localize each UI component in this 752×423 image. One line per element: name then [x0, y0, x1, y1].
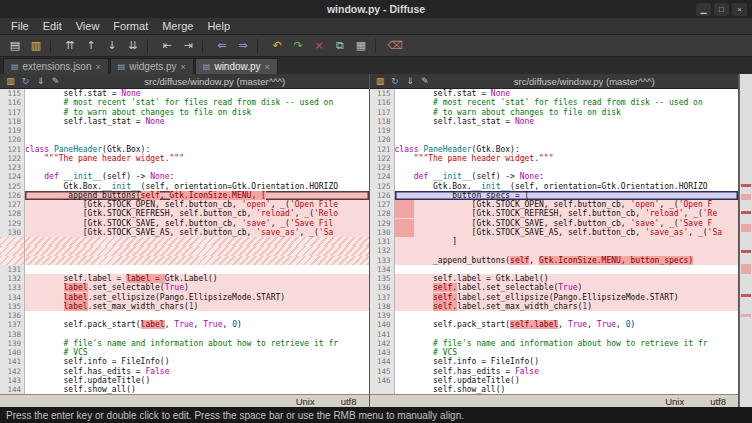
undo-button[interactable]: ↶ — [267, 37, 287, 55]
copy-selection-right-button[interactable]: ⇒ — [233, 37, 253, 55]
code-line[interactable]: 131 — [0, 265, 369, 274]
code-line[interactable]: 134 label.set_ellipsize(Pango.EllipsizeM… — [0, 293, 369, 302]
reload-file-icon[interactable]: ↻ — [19, 76, 32, 86]
save-as-file-icon[interactable]: ✎ — [419, 76, 432, 86]
tab-window.py[interactable]: ▤window.py× — [195, 58, 278, 74]
code-line[interactable]: 132 self.label = label = Gtk.Label() — [0, 274, 369, 283]
copy-button[interactable]: ⧉ — [330, 37, 350, 55]
code-line[interactable]: 139 # file's name and information about … — [0, 339, 369, 348]
code-line[interactable]: 131 ] — [370, 237, 739, 246]
code-line[interactable] — [0, 246, 369, 255]
code-line[interactable]: 130 [Gtk.STOCK_SAVE_AS, self.button_cb, … — [370, 228, 739, 237]
clear-edits-button[interactable]: ⌫ — [385, 37, 405, 55]
editor[interactable]: 115 self.stat = None116 # most recent 's… — [0, 89, 369, 394]
code-line[interactable]: 143 self.updateTitle() — [0, 376, 369, 385]
paste-button[interactable]: ▦ — [351, 37, 371, 55]
next-difference-button[interactable]: ↓ — [102, 37, 122, 55]
code-line[interactable]: 141 self.info = FileInfo() — [0, 357, 369, 366]
code-line[interactable]: 143 # VCS — [370, 348, 739, 357]
code-line[interactable]: 142 # file's name and information about … — [370, 339, 739, 348]
menu-format[interactable]: Format — [106, 19, 155, 33]
code-line[interactable]: 135 label.set_max_width_chars(1) — [0, 302, 369, 311]
menu-view[interactable]: View — [69, 19, 107, 33]
minimize-button[interactable]: ▁ — [696, 3, 711, 16]
save-file-icon[interactable]: ⇓ — [34, 76, 47, 86]
code-line[interactable]: 125 Gtk.Box.__init__(self, orientation=G… — [370, 182, 739, 191]
code-line[interactable]: 115 self.stat = None — [370, 89, 739, 98]
shift-pane-left-button[interactable]: ⇤ — [157, 37, 177, 55]
code-line[interactable]: 144 self.show_all() — [0, 385, 369, 394]
code-line[interactable]: 122 """The pane header widget.""" — [370, 154, 739, 163]
tab-extensions.json[interactable]: ▤extensions.json× — [3, 58, 109, 74]
code-line[interactable]: 127 [Gtk.STOCK_OPEN, self.button_cb, 'op… — [0, 200, 369, 209]
code-line[interactable]: 125 Gtk.Box.__init__(self, orientation=G… — [0, 182, 369, 191]
menu-help[interactable]: Help — [200, 19, 237, 33]
code-line[interactable]: 119 — [370, 126, 739, 135]
code-line[interactable]: 119 — [0, 126, 369, 135]
redo-button[interactable]: ↷ — [288, 37, 308, 55]
code-line[interactable]: 140 self.pack_start(self.label, True, Tr… — [370, 320, 739, 329]
code-line[interactable] — [0, 256, 369, 265]
code-line[interactable]: self.show_all() — [370, 385, 739, 394]
code-line[interactable]: 118 self.last_stat = None — [0, 117, 369, 126]
code-line[interactable]: 142 self.has_edits = False — [0, 367, 369, 376]
code-line[interactable]: 116 # most recent 'stat' for files read … — [0, 98, 369, 107]
editor[interactable]: 115 self.stat = None116 # most recent 's… — [370, 89, 739, 394]
code-line[interactable]: 135 self.label = Gtk.Label() — [370, 274, 739, 283]
code-line[interactable]: 138 — [0, 330, 369, 339]
code-line[interactable]: 129 [Gtk.STOCK_SAVE, self.button_cb, 'sa… — [0, 219, 369, 228]
close-button[interactable]: × — [732, 3, 747, 16]
open-file-button[interactable]: ▥ — [26, 37, 46, 55]
code-line[interactable]: 115 self.stat = None — [0, 89, 369, 98]
shift-pane-right-button[interactable]: ⇥ — [178, 37, 198, 55]
code-line[interactable]: 118 self.last_stat = None — [370, 117, 739, 126]
close-tab-icon[interactable]: × — [96, 62, 101, 72]
code-line[interactable]: 146 self.updateTitle() — [370, 376, 739, 385]
code-line[interactable]: 128 [Gtk.STOCK_REFRESH, self.button_cb, … — [0, 209, 369, 218]
code-line[interactable]: 128 [Gtk.STOCK_REFRESH, self.button_cb, … — [370, 209, 739, 218]
code-line[interactable]: 137 self.pack_start(label, True, True, 0… — [0, 320, 369, 329]
code-line[interactable]: 133 _append_buttons(self, Gtk.IconSize.M… — [370, 256, 739, 265]
code-line[interactable]: 136 — [0, 311, 369, 320]
new-file-button[interactable]: ▤ — [5, 37, 25, 55]
first-difference-button[interactable]: ⇈ — [60, 37, 80, 55]
code-line[interactable] — [0, 237, 369, 246]
code-line[interactable]: 126 _append_buttons(self, Gtk.IconSize.M… — [0, 191, 369, 200]
code-line[interactable]: 122 """The pane header widget.""" — [0, 154, 369, 163]
menu-file[interactable]: File — [4, 19, 36, 33]
previous-difference-button[interactable]: ↑ — [81, 37, 101, 55]
code-line[interactable]: 116 # most recent 'stat' for files read … — [370, 98, 739, 107]
code-line[interactable]: 121class PaneHeader(Gtk.Box): — [0, 145, 369, 154]
menu-edit[interactable]: Edit — [36, 19, 69, 33]
menu-merge[interactable]: Merge — [155, 19, 200, 33]
close-tab-icon[interactable]: × — [265, 62, 270, 72]
close-tab-icon[interactable]: × — [181, 62, 186, 72]
reload-file-icon[interactable]: ↻ — [389, 76, 402, 86]
code-line[interactable]: 123 — [0, 163, 369, 172]
code-line[interactable]: 144 self.info = FileInfo() — [370, 357, 739, 366]
code-line[interactable]: 123 — [370, 163, 739, 172]
code-line[interactable]: 129 [Gtk.STOCK_SAVE, self.button_cb, 'sa… — [370, 219, 739, 228]
code-line[interactable]: 121class PaneHeader(Gtk.Box): — [370, 145, 739, 154]
last-difference-button[interactable]: ⇊ — [123, 37, 143, 55]
code-line[interactable]: 145 self.has_edits = False — [370, 367, 739, 376]
open-file-icon[interactable]: ▥ — [374, 76, 387, 86]
code-line[interactable]: 139 — [370, 311, 739, 320]
code-line[interactable]: 127 [Gtk.STOCK_OPEN, self.button_cb, 'op… — [370, 200, 739, 209]
copy-selection-left-button[interactable]: ⇐ — [212, 37, 232, 55]
code-line[interactable]: 132 — [370, 246, 739, 255]
code-line[interactable]: 117 # to warn about changes to file on d… — [0, 108, 369, 117]
code-line[interactable]: 133 label.set_selectable(True) — [0, 283, 369, 292]
code-line[interactable]: 126 button_specs = [ — [370, 191, 739, 200]
code-line[interactable]: 136 self.label.set_selectable(True) — [370, 283, 739, 292]
save-as-file-icon[interactable]: ✎ — [49, 76, 62, 86]
tab-widgets.py[interactable]: ▤widgets.py× — [110, 58, 194, 74]
cut-button[interactable]: × — [309, 37, 329, 55]
code-line[interactable]: 140 # VCS — [0, 348, 369, 357]
maximize-button[interactable]: □ — [714, 3, 729, 16]
code-line[interactable]: 138 self.label.set_max_width_chars(1) — [370, 302, 739, 311]
code-line[interactable]: 134 — [370, 265, 739, 274]
code-line[interactable]: 120 — [0, 135, 369, 144]
code-line[interactable]: 124 def __init__(self) -> None: — [370, 172, 739, 181]
open-file-icon[interactable]: ▥ — [4, 76, 17, 86]
